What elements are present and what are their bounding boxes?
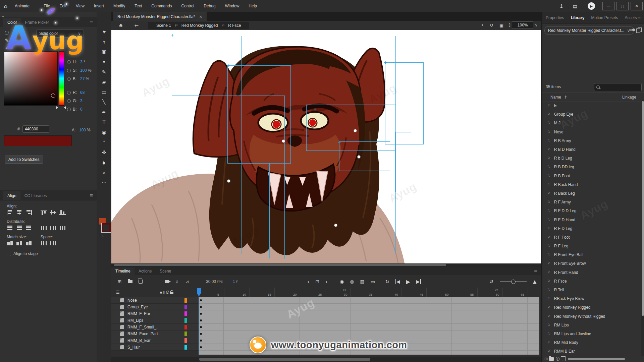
zoom-stepper[interactable]: ∧ ∨ [508, 23, 511, 27]
onion-skin-outlines-icon[interactable]: ◎ [350, 279, 354, 284]
edit-multiple-frames-icon[interactable]: ▥ [360, 279, 364, 284]
transform-point-icon[interactable] [357, 155, 361, 159]
new-folder-icon[interactable] [128, 280, 132, 283]
keyframe-dot[interactable] [200, 340, 202, 342]
tab-timeline[interactable]: Timeline [111, 267, 135, 275]
distribute-center-icon[interactable] [50, 225, 56, 230]
timeline-layer-row[interactable]: RMM_F_Ear [111, 310, 539, 317]
library-item[interactable]: ⚐ R Fsce [542, 277, 642, 286]
library-item[interactable]: ⚐ Nose [542, 128, 642, 136]
asset-warp-tool[interactable]: ✜ [97, 147, 111, 158]
fps-value[interactable]: 30.00 [206, 279, 216, 284]
slider-knob[interactable] [511, 280, 516, 284]
camera-icon[interactable] [165, 280, 169, 283]
library-item-name[interactable]: R B Foot [554, 174, 570, 178]
tab-cc-libraries[interactable]: CC Libraries [20, 191, 51, 200]
library-item[interactable]: ⚐ Red Monkey Rigged [542, 303, 642, 312]
canvas-horizontal-scrollbar[interactable] [111, 263, 541, 267]
keyframe-dot[interactable] [200, 299, 202, 301]
library-item-name[interactable]: Red Monkey Rigged [554, 305, 591, 310]
name-column[interactable]: Name [550, 95, 561, 100]
tab-align[interactable]: Align [3, 191, 20, 200]
library-item-name[interactable]: R Front Hand [554, 270, 578, 275]
share-icon[interactable]: ↥ [559, 3, 564, 9]
layer-name-cell[interactable]: RM_Lips [111, 317, 199, 324]
layer-depth-icon[interactable]: ⊿ [185, 279, 189, 284]
timeline-layer-row[interactable]: RMM_Face_Part [111, 330, 539, 337]
library-item[interactable]: ⚐ R B D Hand [542, 145, 642, 154]
color-type-select[interactable]: Solid color ∨ [36, 29, 84, 38]
library-item-name[interactable]: R B DD leg [554, 165, 574, 169]
library-item[interactable]: ⚐ R Tell [542, 286, 642, 294]
align-center-h-icon[interactable] [16, 210, 22, 215]
layer-name[interactable]: S_Hair [127, 345, 140, 350]
transform-point-icon[interactable] [282, 139, 285, 143]
layer-name-cell[interactable]: S_Hair [111, 344, 199, 351]
transform-point-icon[interactable] [354, 129, 357, 132]
new-library-panel-icon[interactable] [638, 27, 642, 32]
align-right-icon[interactable] [25, 210, 32, 215]
radio-icon[interactable] [67, 91, 71, 95]
color-value-row[interactable]: B: 0 [67, 107, 84, 112]
match-width-icon[interactable] [7, 241, 13, 246]
layer-name-cell[interactable]: RMM_B_Ear [111, 337, 199, 344]
menu-item[interactable]: Insert [89, 0, 109, 12]
align-bottom-icon[interactable] [59, 210, 66, 215]
color-value-row[interactable]: S: 100 % [67, 68, 92, 73]
radio-icon[interactable] [67, 99, 71, 103]
hue-strip[interactable] [59, 51, 64, 106]
zoom-tool[interactable]: ⌕ [97, 168, 111, 178]
test-movie-icon[interactable]: ▶ [588, 2, 595, 10]
keyframe-dot[interactable] [200, 319, 202, 321]
layer-color-chip[interactable] [184, 298, 187, 303]
library-item-name[interactable]: E [554, 103, 557, 108]
play-icon[interactable]: ▶ [406, 279, 410, 285]
stroke-color-swatch[interactable] [102, 223, 111, 232]
timeline-layer-row[interactable]: S_Hair [111, 344, 539, 351]
transform-selection-box[interactable] [339, 141, 390, 171]
library-item[interactable]: ⚐ RM Mid Body [542, 338, 642, 347]
close-button[interactable]: ✕ [631, 2, 643, 10]
lasso-tool[interactable]: ✦ [97, 57, 111, 67]
subselection-tool[interactable]: ➢ [97, 37, 111, 47]
library-item[interactable]: ⚐ R F D Leg [542, 224, 642, 233]
layer-frames[interactable] [199, 297, 539, 304]
next-keyframe-icon[interactable]: › [325, 279, 327, 285]
library-item[interactable]: ⚐ R Front Eye Brow [542, 259, 642, 268]
minimize-button[interactable]: — [602, 2, 614, 10]
layer-frames[interactable] [199, 324, 539, 330]
frame-ruler[interactable]: 5101520253035404550556065 1s2s [199, 288, 539, 297]
tab-library[interactable]: Library [568, 15, 588, 20]
tab-properties[interactable]: Properties [542, 15, 568, 20]
search-input[interactable] [602, 84, 637, 90]
layer-name-cell[interactable]: RMM_Face_Part [111, 330, 199, 337]
menu-item[interactable]: File [39, 0, 55, 12]
library-item[interactable]: ⚐ R B Army [542, 136, 642, 145]
layer-frames[interactable] [199, 317, 539, 324]
selection-tool[interactable]: ➤ [97, 27, 111, 37]
library-item-name[interactable]: R F Leg [554, 244, 569, 248]
registration-point-icon[interactable]: + [337, 141, 341, 144]
library-document-select[interactable]: Red Monkey Monster Rigged Character.f...… [544, 26, 634, 35]
brush-tool[interactable]: ✎ [97, 67, 111, 77]
breadcrumb-symbol-current[interactable]: R Fsce [228, 23, 241, 28]
library-item-name[interactable]: R Back Leg [554, 191, 575, 196]
fill-color-control[interactable]: ◌̣ [5, 29, 9, 36]
timeline-layer-row[interactable]: Group_Eye [111, 304, 539, 310]
library-item[interactable]: ⚐ R Front Eye Ball [542, 250, 642, 259]
library-item[interactable]: ⚐ Group Eye [542, 110, 642, 119]
tools-expand-icon[interactable]: › [102, 234, 104, 239]
menu-item[interactable]: Window [220, 0, 244, 12]
more-tools[interactable]: ⋯ [97, 178, 111, 188]
layer-name-cell[interactable]: RMM_F_Small_.. [111, 324, 199, 330]
channel-value[interactable]: 3 [80, 99, 83, 103]
library-item[interactable]: ⚐ R Back Hand [542, 180, 642, 189]
layer-parenting-icon[interactable]: ⋔ [175, 279, 179, 284]
stage-canvas[interactable]: + + + + + + Ayug Ayug Ayug Ayug Ayug [111, 30, 541, 263]
collapse-dock-icon[interactable]: « [2, 14, 4, 19]
layer-color-chip[interactable] [184, 338, 187, 343]
library-item-name[interactable]: R Back Hand [554, 182, 578, 187]
tab-motion-presets[interactable]: Motion Presets [588, 15, 621, 20]
library-item[interactable]: ⚐ R Front Hand [542, 268, 642, 277]
library-item-name[interactable]: R F D Leg [554, 226, 573, 231]
